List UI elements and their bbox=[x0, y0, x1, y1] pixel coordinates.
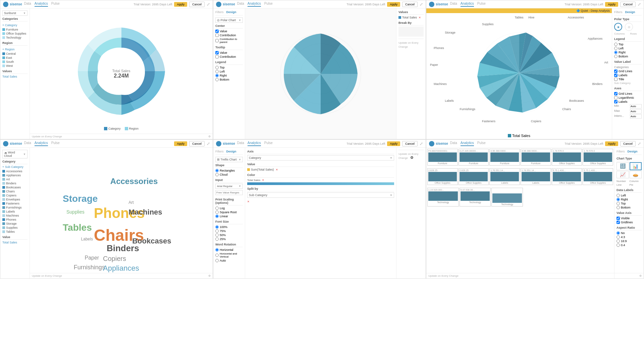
expand-icon-pc[interactable]: ⤢ bbox=[420, 2, 423, 7]
legend-left-radio[interactable] bbox=[215, 70, 219, 73]
ar-169-radio[interactable] bbox=[616, 239, 620, 243]
filters-tab[interactable]: Filters bbox=[215, 10, 224, 14]
labels-cb[interactable] bbox=[614, 74, 618, 77]
remove-icon-tc-c[interactable]: ✕ bbox=[262, 179, 264, 182]
settings-icon-wc[interactable]: ⚙ bbox=[208, 274, 211, 277]
add-region-btn[interactable]: + Region bbox=[2, 48, 28, 51]
pr-legend-top-radio[interactable] bbox=[614, 43, 618, 46]
cancel-btn-prc[interactable]: Cancel bbox=[620, 2, 636, 7]
update-icon-sb[interactable]: ⚙ bbox=[208, 135, 211, 138]
filters-tab-pr[interactable]: Filters bbox=[614, 10, 623, 14]
ar-43-radio[interactable] bbox=[616, 235, 620, 239]
axis-category-dropdown[interactable]: Category ▼ bbox=[247, 155, 394, 161]
design-tab[interactable]: Design bbox=[226, 10, 236, 14]
splitby-dropdown[interactable]: Sub Category ▼ bbox=[247, 192, 394, 198]
apply-btn-wc[interactable]: Apply bbox=[174, 141, 187, 146]
pr-legend-left-radio[interactable] bbox=[614, 47, 618, 50]
cancel-btn-tc[interactable]: Cancel bbox=[402, 141, 418, 146]
wc-chart-dropdown[interactable]: ☁ Word Cloud ▼ bbox=[2, 150, 28, 158]
cancel-btn-wc[interactable]: Cancel bbox=[189, 141, 205, 146]
axes-labels-cb[interactable] bbox=[614, 100, 618, 103]
tab-pulse-sb[interactable]: Pulse bbox=[51, 2, 60, 7]
polar-type-dropdown[interactable]: ◎ Polar Chart ▼ bbox=[215, 17, 243, 23]
tc-design-tab2[interactable]: Design bbox=[628, 150, 638, 153]
tab-analytics-wc[interactable]: Analytics bbox=[35, 141, 48, 146]
title-cb[interactable] bbox=[614, 78, 618, 81]
axes-gl-cb[interactable] bbox=[614, 92, 618, 95]
ar-no-radio[interactable] bbox=[616, 231, 620, 235]
tab-data-tr[interactable]: Data bbox=[450, 141, 457, 146]
dl-right-radio[interactable] bbox=[616, 198, 620, 201]
tooltip-value-cb[interactable] bbox=[215, 51, 219, 54]
fs-25-radio[interactable] bbox=[215, 237, 219, 241]
center-value-cb[interactable] bbox=[215, 30, 219, 33]
interval-input[interactable] bbox=[630, 114, 642, 119]
legend-right-radio[interactable] bbox=[215, 74, 219, 77]
dl-left-radio[interactable] bbox=[616, 194, 620, 197]
max-input[interactable] bbox=[630, 109, 642, 114]
tab-data-tc[interactable]: Data bbox=[237, 141, 244, 146]
expand-icon-tr[interactable]: ⤢ bbox=[638, 141, 641, 146]
shape-rect-radio[interactable] bbox=[215, 169, 219, 172]
fs-100-radio[interactable] bbox=[215, 225, 219, 229]
ar-04-radio[interactable] bbox=[616, 243, 620, 247]
expand-icon-prc[interactable]: ⤢ bbox=[638, 2, 641, 7]
tc-design-tab[interactable]: Design bbox=[226, 150, 236, 153]
number-icon[interactable]: 🔢 bbox=[616, 162, 629, 170]
rot-horiz-radio[interactable] bbox=[215, 248, 219, 252]
remove-icon-pc[interactable]: ✕ bbox=[419, 16, 421, 19]
add-category-btn[interactable]: + Category bbox=[2, 24, 28, 27]
grid-lines-cb[interactable] bbox=[614, 70, 618, 73]
legend-top-radio[interactable] bbox=[215, 66, 219, 69]
tab-pulse-wc[interactable]: Pulse bbox=[51, 141, 60, 146]
fs-50-radio[interactable] bbox=[215, 233, 219, 237]
tab-analytics-pc[interactable]: Analytics bbox=[248, 2, 261, 7]
dl-top-radio[interactable] bbox=[616, 202, 620, 205]
shape-cloud-radio[interactable] bbox=[215, 173, 219, 176]
pr-legend-right-radio[interactable] bbox=[614, 51, 618, 54]
free-value-input[interactable] bbox=[215, 190, 243, 195]
rows-icon[interactable]: ◎ bbox=[625, 23, 633, 31]
tc-filters-tab[interactable]: Filters bbox=[215, 150, 224, 153]
columns-icon[interactable]: ◉ bbox=[614, 23, 622, 31]
tooltip-contrib-cb[interactable] bbox=[215, 55, 219, 58]
linear-radio[interactable] bbox=[215, 215, 219, 218]
expand-icon-sb[interactable]: ⤢ bbox=[207, 2, 210, 7]
min-input[interactable] bbox=[630, 104, 642, 108]
tab-analytics-tr[interactable]: Analytics bbox=[461, 141, 474, 146]
va-gridlines-cb[interactable] bbox=[616, 221, 620, 224]
tab-analytics-sb[interactable]: Analytics bbox=[35, 2, 48, 7]
center-cont-parent-cb[interactable] bbox=[215, 39, 219, 42]
apply-btn-prc[interactable]: Apply bbox=[605, 2, 618, 7]
tab-data-pc[interactable]: Data bbox=[237, 2, 244, 7]
tc-filters-tab2[interactable]: Filters bbox=[616, 150, 625, 153]
expand-icon-wc[interactable]: ⤢ bbox=[207, 141, 210, 146]
tc-chart-dropdown[interactable]: ⊞ Trellis Chart ▼ bbox=[215, 157, 243, 162]
tab-pulse-tc[interactable]: Pulse bbox=[264, 141, 273, 146]
rot-auto-radio[interactable] bbox=[215, 259, 219, 262]
font-dropdown[interactable]: Arial Regular ▼ bbox=[215, 184, 243, 189]
pr-legend-bottom-radio[interactable] bbox=[614, 55, 618, 58]
tab-data-wc[interactable]: Data bbox=[24, 141, 31, 146]
apply-btn-pc[interactable]: Apply bbox=[387, 2, 400, 7]
axes-log-radio[interactable] bbox=[614, 96, 618, 99]
design-tab-pr[interactable]: Design bbox=[625, 10, 635, 14]
settings-icon-tc[interactable]: ⚙ bbox=[410, 155, 414, 160]
log-radio[interactable] bbox=[215, 207, 219, 210]
chart-type-dropdown[interactable]: Sunburst ▼ bbox=[2, 10, 28, 16]
expand-icon-tc[interactable]: ⤢ bbox=[420, 141, 423, 146]
tab-data-sb[interactable]: Data bbox=[24, 2, 31, 7]
pie-icon[interactable]: 🥧 bbox=[630, 171, 642, 178]
apply-btn-tr[interactable]: Apply bbox=[605, 141, 618, 146]
sqrt-radio[interactable] bbox=[215, 211, 219, 214]
center-contribution-cb[interactable] bbox=[215, 34, 219, 37]
va-visible-cb[interactable] bbox=[616, 217, 620, 220]
tab-pulse-tr[interactable]: Pulse bbox=[477, 141, 486, 146]
column-icon[interactable]: 📊 bbox=[630, 162, 642, 170]
dl-bottom-radio[interactable] bbox=[616, 206, 620, 209]
tab-analytics-tc[interactable]: Analytics bbox=[248, 141, 261, 146]
apply-btn-sb[interactable]: Apply bbox=[174, 2, 187, 7]
tab-analytics-prc[interactable]: Analytics bbox=[461, 2, 474, 7]
tab-data-prc[interactable]: Data bbox=[450, 2, 457, 7]
rot-both-radio[interactable] bbox=[215, 254, 219, 257]
